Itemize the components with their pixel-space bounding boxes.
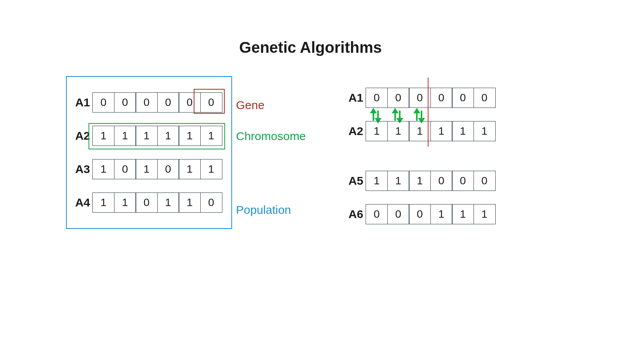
- gene-cell: 0: [452, 171, 474, 191]
- gene-cell: 1: [92, 192, 114, 213]
- gene-cell: 0: [200, 192, 222, 213]
- gene-cell: 0: [157, 92, 179, 113]
- gene-cell: 0: [452, 88, 474, 108]
- row-a1-right: A1 0 0 0 0 0 0: [344, 88, 496, 108]
- gene-cell: 1: [387, 171, 409, 191]
- gene-cell: 1: [452, 204, 474, 224]
- gene-cell: 0: [474, 88, 496, 108]
- page-title: Genetic Algorithms: [0, 39, 621, 56]
- gene-cell: 1: [366, 121, 388, 141]
- gene-cell: 1: [474, 121, 496, 141]
- chromosome-cells: 0 0 0 0 0 0: [366, 88, 496, 108]
- gene-cell: 0: [92, 92, 114, 113]
- gene-label: Gene: [236, 99, 264, 112]
- gene-cell: 0: [114, 159, 136, 179]
- gene-cell: 0: [409, 204, 431, 224]
- gene-cell: 1: [200, 159, 222, 179]
- crossover-line: [428, 78, 428, 147]
- row-label: A4: [71, 196, 92, 209]
- row-label: A5: [344, 174, 366, 187]
- slide: Genetic Algorithms A1 0 0 0 0 0 0 A2 1 1…: [0, 0, 621, 364]
- gene-cell: 0: [474, 171, 496, 191]
- chromosome-cells: 1 1 1 0 0 0: [366, 171, 496, 191]
- population-label: Population: [236, 203, 291, 217]
- row-label: A6: [344, 208, 366, 221]
- gene-cell: 0: [114, 92, 136, 113]
- gene-cell: 1: [114, 192, 136, 213]
- gene-cell: 1: [387, 121, 409, 141]
- gene-cell: 0: [157, 159, 179, 179]
- gene-cell: 1: [366, 171, 388, 191]
- gene-cell: 1: [430, 121, 453, 141]
- gene-cell: 0: [366, 88, 388, 108]
- gene-cell: 1: [179, 159, 201, 179]
- gene-cell: 0: [430, 88, 453, 108]
- gene-cell: 1: [157, 192, 179, 213]
- gene-highlight: [194, 89, 225, 114]
- row-a2-right: A2 1 1 1 1 1 1: [344, 121, 496, 141]
- row-a6: A6 0 0 0 1 1 1: [344, 204, 496, 224]
- arrow-up-icon: [413, 108, 420, 113]
- chromosome-label: Chromosome: [236, 130, 306, 143]
- gene-cell: 0: [135, 192, 158, 213]
- chromosome-cells: 1 0 1 0 1 1: [92, 159, 222, 179]
- chromosome-cells: 1 1 1 1 1 1: [366, 121, 496, 141]
- chromosome-highlight: [88, 123, 225, 149]
- gene-cell: 1: [92, 159, 114, 179]
- gene-cell: 1: [135, 159, 158, 179]
- chromosome-cells: 0 0 0 1 1 1: [366, 204, 496, 224]
- row-label: A1: [71, 96, 92, 109]
- chromosome-cells: 1 1 0 1 1 0: [92, 192, 222, 213]
- row-a3: A3 1 0 1 0 1 1: [71, 159, 222, 179]
- gene-cell: 0: [387, 204, 409, 224]
- arrow-up-icon: [392, 108, 399, 113]
- row-a4: A4 1 1 0 1 1 0: [71, 192, 222, 213]
- gene-cell: 0: [366, 204, 388, 224]
- gene-cell: 0: [135, 92, 158, 113]
- row-label: A1: [344, 91, 366, 104]
- gene-cell: 0: [430, 171, 453, 191]
- gene-cell: 1: [474, 204, 496, 224]
- row-label: A3: [71, 163, 92, 176]
- row-a5: A5 1 1 1 0 0 0: [344, 171, 496, 191]
- row-label: A2: [344, 125, 366, 138]
- gene-cell: 1: [430, 204, 453, 224]
- arrow-up-icon: [370, 108, 377, 113]
- gene-cell: 1: [179, 192, 201, 213]
- gene-cell: 1: [409, 171, 431, 191]
- gene-cell: 0: [387, 88, 409, 108]
- gene-cell: 1: [452, 121, 474, 141]
